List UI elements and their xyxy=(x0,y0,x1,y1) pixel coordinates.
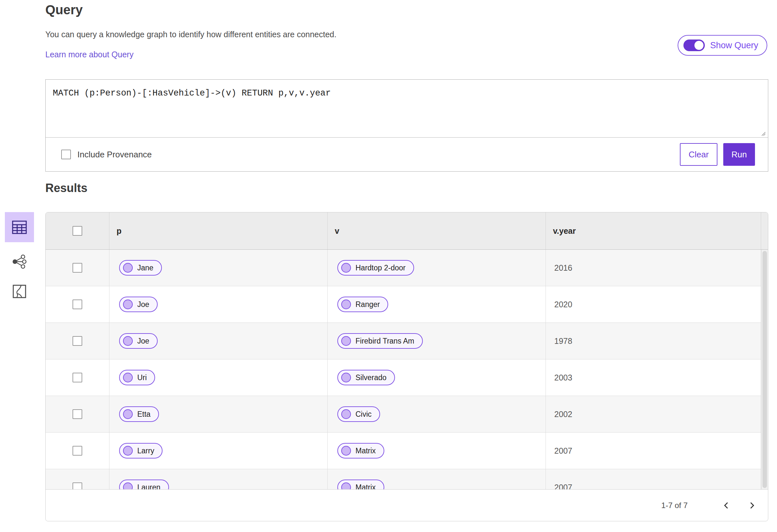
node-icon xyxy=(123,263,133,273)
page-title: Query xyxy=(45,3,83,17)
column-header-vyear: v.year xyxy=(546,212,761,249)
row-select-cell xyxy=(46,433,109,469)
person-node-pill[interactable]: Uri xyxy=(119,370,155,385)
graph-view-icon xyxy=(11,253,27,270)
node-icon xyxy=(341,409,351,419)
row-checkbox[interactable] xyxy=(73,373,82,383)
vehicle-node-pill[interactable]: Hardtop 2-door xyxy=(337,260,414,276)
column-header-p: p xyxy=(109,212,328,249)
chevron-left-icon[interactable] xyxy=(719,498,734,513)
cell-v: Silverado xyxy=(328,359,546,396)
clear-button[interactable]: Clear xyxy=(680,143,717,166)
node-icon xyxy=(123,300,133,309)
node-label: Hardtop 2-door xyxy=(355,263,406,272)
results-view-switcher xyxy=(5,212,34,302)
select-all-checkbox[interactable] xyxy=(73,226,82,236)
node-label: Jane xyxy=(137,263,153,272)
table-row: Joe Firebird Trans Am 1978 xyxy=(46,323,768,359)
table-row: Jane Hardtop 2-door 2016 xyxy=(46,250,768,286)
node-icon xyxy=(123,446,133,455)
node-label: Silverado xyxy=(355,374,386,382)
row-checkbox[interactable] xyxy=(73,446,82,455)
view-item-table[interactable] xyxy=(5,212,34,242)
node-label: Ranger xyxy=(355,300,380,309)
query-actions: Clear Run xyxy=(680,143,755,166)
node-icon xyxy=(341,336,351,346)
include-provenance-label: Include Provenance xyxy=(77,149,152,159)
cell-p: Larry xyxy=(109,433,328,469)
node-icon xyxy=(123,373,133,383)
vehicle-node-pill[interactable]: Ranger xyxy=(337,297,388,312)
map-view-icon xyxy=(12,284,27,299)
query-input[interactable]: MATCH (p:Person)-[:HasVehicle]->(v) RETU… xyxy=(46,80,768,138)
person-node-pill[interactable]: Etta xyxy=(119,406,159,422)
table-body: Jane Hardtop 2-door 2016 Joe Ranger xyxy=(46,250,768,521)
cell-v: Firebird Trans Am xyxy=(328,323,546,359)
page-description: You can query a knowledge graph to ident… xyxy=(45,30,336,39)
table-header: p v v.year xyxy=(46,212,768,250)
person-node-pill[interactable]: Larry xyxy=(119,443,162,458)
row-select-cell xyxy=(46,359,109,396)
row-checkbox[interactable] xyxy=(73,300,82,309)
row-checkbox[interactable] xyxy=(73,263,82,273)
query-toolbar: Include Provenance Clear Run xyxy=(46,138,768,171)
node-icon xyxy=(341,263,351,273)
row-select-cell xyxy=(46,323,109,359)
cell-p: Joe xyxy=(109,286,328,322)
vehicle-node-pill[interactable]: Silverado xyxy=(337,370,395,385)
header-select-cell xyxy=(46,212,109,249)
node-label: Joe xyxy=(137,337,149,345)
person-node-pill[interactable]: Joe xyxy=(119,333,158,349)
node-icon xyxy=(123,336,133,346)
table-row: Larry Matrix 2007 xyxy=(46,433,768,469)
table-row: Uri Silverado 2003 xyxy=(46,359,768,396)
row-select-cell xyxy=(46,396,109,432)
table-row: Etta Civic 2002 xyxy=(46,396,768,433)
row-select-cell xyxy=(46,286,109,322)
row-checkbox[interactable] xyxy=(73,336,82,346)
cell-v: Ranger xyxy=(328,286,546,322)
pagination-range-label: 1-7 of 7 xyxy=(661,501,688,510)
row-checkbox[interactable] xyxy=(73,409,82,419)
toggle-knob xyxy=(694,41,703,50)
table-view-icon xyxy=(12,220,27,234)
vehicle-node-pill[interactable]: Matrix xyxy=(337,443,384,458)
node-label: Joe xyxy=(137,300,149,309)
row-select-cell xyxy=(46,250,109,286)
include-provenance-checkbox[interactable] xyxy=(61,149,71,159)
view-item-graph[interactable] xyxy=(5,251,34,272)
view-item-map[interactable] xyxy=(5,281,34,302)
node-label: Uri xyxy=(137,374,147,382)
results-table-card: p v v.year Jane Hardtop 2-door 2016 xyxy=(45,212,768,521)
cell-vyear: 2016 xyxy=(546,250,761,286)
vertical-scrollbar[interactable] xyxy=(761,250,768,489)
chevron-right-icon[interactable] xyxy=(745,498,759,513)
column-header-v: v xyxy=(328,212,546,249)
node-label: Civic xyxy=(355,410,372,419)
cell-p: Uri xyxy=(109,359,328,396)
person-node-pill[interactable]: Joe xyxy=(119,297,158,312)
table-pagination: 1-7 of 7 xyxy=(46,489,768,521)
learn-more-link[interactable]: Learn more about Query xyxy=(45,50,133,59)
toggle-switch-icon[interactable] xyxy=(683,39,705,51)
vehicle-node-pill[interactable]: Firebird Trans Am xyxy=(337,333,423,349)
cell-vyear: 2020 xyxy=(546,286,761,322)
results-title: Results xyxy=(45,181,87,195)
cell-vyear: 2002 xyxy=(546,396,761,432)
run-button[interactable]: Run xyxy=(723,143,755,166)
show-query-toggle[interactable]: Show Query xyxy=(678,35,767,56)
person-node-pill[interactable]: Jane xyxy=(119,260,162,276)
cell-p: Jane xyxy=(109,250,328,286)
table-row: Joe Ranger 2020 xyxy=(46,286,768,323)
cell-p: Joe xyxy=(109,323,328,359)
vehicle-node-pill[interactable]: Civic xyxy=(337,406,380,422)
node-icon xyxy=(341,446,351,455)
node-label: Etta xyxy=(137,410,150,419)
node-label: Larry xyxy=(137,446,154,455)
scrollbar-thumb[interactable] xyxy=(762,251,767,488)
cell-vyear: 2007 xyxy=(546,433,761,469)
node-icon xyxy=(123,409,133,419)
show-query-label: Show Query xyxy=(710,40,758,50)
cell-v: Civic xyxy=(328,396,546,432)
query-panel: MATCH (p:Person)-[:HasVehicle]->(v) RETU… xyxy=(45,79,768,172)
